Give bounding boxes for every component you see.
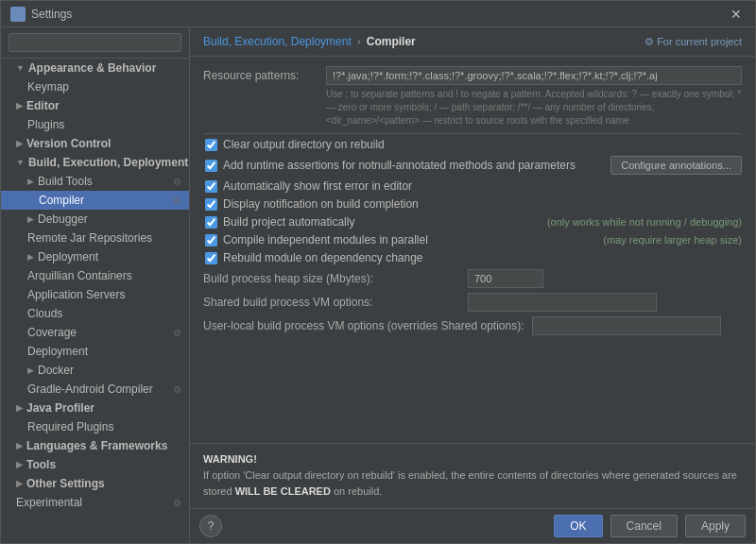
sidebar-item-label: Build, Execution, Deployment — [28, 156, 188, 169]
parallel-modules-note: (may require larger heap size) — [603, 234, 742, 246]
sidebar-item-label: Other Settings — [26, 477, 105, 490]
clear-output-label: Clear output directory on rebuild — [223, 138, 742, 151]
arrow-icon: ▶ — [16, 403, 23, 413]
sidebar-item-appearance[interactable]: ▼ Appearance & Behavior — [1, 59, 189, 77]
checkbox-rebuild-dependency: Rebuild module on dependency change — [203, 251, 742, 264]
build-auto-checkbox[interactable] — [205, 216, 217, 229]
sidebar-item-deployment[interactable]: ▶ Deployment — [1, 247, 189, 266]
sidebar-item-label: Application Servers — [27, 288, 125, 301]
display-notification-checkbox[interactable] — [205, 198, 217, 211]
window-title: Settings — [31, 8, 72, 21]
sidebar-item-keymap[interactable]: Keymap — [1, 77, 189, 96]
close-button[interactable]: ✕ — [727, 7, 746, 22]
arrow-icon: ▶ — [27, 214, 34, 224]
sidebar-item-label: Debugger — [38, 212, 88, 226]
sidebar-item-label: Appearance & Behavior — [28, 61, 156, 75]
checkbox-show-first-error: Automatically show first error in editor — [203, 179, 742, 193]
sidebar-item-required-plugins[interactable]: Required Plugins — [1, 417, 189, 436]
sidebar-item-other-settings[interactable]: ▶ Other Settings — [1, 474, 189, 493]
sidebar-item-remote-jar[interactable]: Remote Jar Repositories — [1, 229, 189, 247]
arrow-icon: ▶ — [16, 479, 23, 488]
sidebar-item-label: Experimental — [16, 496, 82, 509]
configure-annotations-button[interactable]: Configure annotations... — [610, 156, 742, 175]
settings-icon — [10, 7, 26, 22]
gear-icon: ⚙ — [173, 328, 181, 338]
gear-icon: ⚙ — [173, 384, 181, 395]
resource-patterns-row: Resource patterns: Use ; to separate pat… — [203, 66, 742, 128]
breadcrumb-separator: › — [357, 35, 361, 48]
sidebar-item-compiler[interactable]: Compiler ⚙ — [1, 191, 189, 210]
shared-vm-input[interactable] — [468, 293, 657, 312]
sidebar-item-gradle-android[interactable]: Gradle-Android Compiler ⚙ — [1, 380, 189, 399]
shared-vm-row: Shared build process VM options: — [203, 293, 742, 312]
sidebar-item-arquillian[interactable]: Arquillian Containers — [1, 266, 189, 285]
sidebar-item-tools[interactable]: ▶ Tools — [1, 455, 189, 474]
bottom-bar: ? OK Cancel Apply — [190, 508, 755, 543]
sidebar-item-docker[interactable]: ▶ Docker — [1, 361, 189, 380]
sidebar-item-languages[interactable]: ▶ Languages & Frameworks — [1, 436, 189, 455]
sidebar-item-label: Coverage — [27, 326, 77, 339]
sidebar-item-build-exec-deploy[interactable]: ▼ Build, Execution, Deployment — [1, 153, 189, 172]
parallel-modules-checkbox[interactable] — [205, 234, 217, 246]
runtime-assertions-label: Add runtime assertions for notnull-annot… — [223, 159, 601, 172]
show-first-error-checkbox[interactable] — [205, 180, 217, 193]
resource-patterns-label: Resource patterns: — [203, 66, 326, 82]
resource-patterns-hint: Use ; to separate patterns and ! to nega… — [326, 88, 742, 128]
checkbox-parallel-modules: Compile independent modules in parallel … — [203, 233, 742, 246]
cancel-button[interactable]: Cancel — [610, 515, 678, 537]
sidebar-item-experimental[interactable]: Experimental ⚙ — [1, 493, 189, 512]
sidebar-item-plugins[interactable]: Plugins — [1, 115, 189, 134]
sidebar-item-label: Compiler — [39, 194, 84, 207]
sidebar-item-label: Keymap — [27, 80, 69, 94]
user-local-vm-row: User-local build process VM options (ove… — [203, 316, 742, 335]
runtime-assertions-checkbox[interactable] — [205, 160, 217, 172]
rebuild-dependency-checkbox[interactable] — [205, 252, 217, 264]
gear-icon: ⚙ — [173, 498, 181, 508]
title-bar-left: Settings — [10, 7, 72, 22]
arrow-icon: ▶ — [16, 139, 23, 148]
sidebar-item-app-servers[interactable]: Application Servers — [1, 285, 189, 304]
settings-window: Settings ✕ ▼ Appearance & Behavior Keyma… — [0, 0, 756, 544]
search-input[interactable] — [9, 33, 181, 52]
main-panel: Build, Execution, Deployment › Compiler … — [190, 27, 755, 543]
sidebar: ▼ Appearance & Behavior Keymap ▶ Editor … — [1, 27, 190, 543]
sidebar-item-label: Required Plugins — [27, 420, 113, 434]
heap-size-row: Build process heap size (Mbytes): — [203, 269, 742, 288]
sidebar-item-label: Plugins — [27, 118, 64, 131]
arrow-icon: ▶ — [27, 252, 34, 262]
breadcrumb-bar: Build, Execution, Deployment › Compiler … — [190, 27, 755, 57]
sidebar-item-build-tools[interactable]: ▶ Build Tools ⚙ — [1, 172, 189, 191]
clear-output-checkbox[interactable] — [205, 139, 217, 151]
ok-button[interactable]: OK — [554, 515, 602, 537]
warning-box: WARNING! If option 'Clear output directo… — [190, 443, 755, 508]
heap-size-input[interactable] — [468, 269, 543, 288]
resource-patterns-input[interactable] — [326, 66, 742, 85]
arrow-icon: ▶ — [16, 460, 23, 469]
sidebar-item-coverage[interactable]: Coverage ⚙ — [1, 323, 189, 342]
arrow-icon: ▶ — [27, 366, 34, 375]
for-current-project-button[interactable]: ⚙ For current project — [644, 36, 742, 48]
checkbox-clear-output: Clear output directory on rebuild — [203, 138, 742, 151]
sidebar-item-java-profiler[interactable]: ▶ Java Profiler — [1, 399, 189, 417]
show-first-error-label: Automatically show first error in editor — [223, 179, 742, 193]
sidebar-item-label: Arquillian Containers — [27, 269, 132, 282]
sidebar-item-label: Java Profiler — [26, 401, 94, 415]
arrow-icon: ▶ — [16, 101, 23, 110]
sidebar-item-label: Build Tools — [38, 175, 93, 188]
arrow-icon: ▼ — [16, 63, 25, 73]
main-content: ▼ Appearance & Behavior Keymap ▶ Editor … — [1, 27, 755, 543]
sidebar-item-version-control[interactable]: ▶ Version Control — [1, 134, 189, 153]
sidebar-item-debugger[interactable]: ▶ Debugger — [1, 210, 189, 229]
user-local-vm-input[interactable] — [532, 316, 721, 335]
display-notification-label: Display notification on build completion — [223, 197, 742, 211]
sidebar-item-deployment2[interactable]: Deployment — [1, 342, 189, 361]
breadcrumb-parent[interactable]: Build, Execution, Deployment — [203, 35, 352, 48]
sidebar-item-editor[interactable]: ▶ Editor — [1, 96, 189, 115]
warning-text: If option 'Clear output directory on reb… — [203, 468, 742, 499]
sidebar-item-clouds[interactable]: Clouds — [1, 304, 189, 323]
apply-button[interactable]: Apply — [685, 515, 746, 537]
help-button[interactable]: ? — [199, 515, 222, 537]
parallel-modules-label: Compile independent modules in parallel — [223, 233, 584, 246]
rebuild-dependency-label: Rebuild module on dependency change — [223, 251, 742, 264]
sidebar-item-label: Tools — [26, 458, 56, 471]
